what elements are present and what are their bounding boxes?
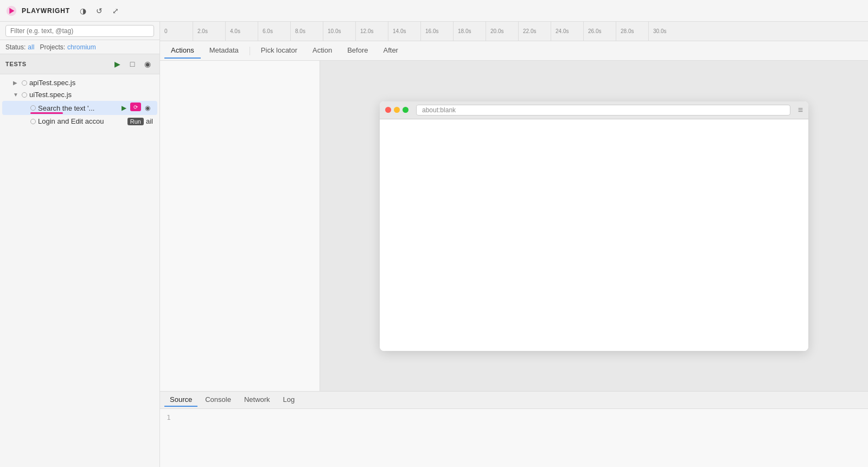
browser-menu-icon: ≡	[798, 105, 803, 115]
tree-item-uitest-label: uiTest.spec.js	[29, 91, 153, 99]
tab-actions[interactable]: Actions	[164, 43, 201, 59]
projects-label: Projects:	[40, 43, 65, 51]
status-label: Status:	[5, 43, 25, 51]
timeline-16: 16.0s	[420, 22, 453, 41]
tree-item-login-test[interactable]: Login and Edit accou Run ail	[2, 116, 157, 127]
tab-before[interactable]: Before	[341, 43, 374, 59]
bottom-tabs-bar: Source Console Network Log	[160, 392, 868, 409]
timeline-18: 18.0s	[453, 22, 486, 41]
main-layout: Status: all Projects: chromium TESTS ▶ □…	[0, 22, 868, 467]
content-tabs-bar: Actions Metadata Pick locator Action Bef…	[160, 41, 868, 61]
actions-panel	[160, 61, 320, 391]
top-bar: PLAYWRIGHT ◑ ↺ ⤢	[0, 0, 868, 22]
tree-item-login-suffix: ail	[146, 117, 153, 125]
run-test-button[interactable]: ▶	[118, 103, 129, 113]
tab-after[interactable]: After	[377, 43, 405, 59]
timeline-24: 24.0s	[551, 22, 583, 41]
tests-title: TESTS	[5, 61, 27, 67]
pink-underline-decoration	[30, 112, 63, 114]
browser-body	[380, 119, 808, 351]
right-panel: 0 2.0s 4.0s 6.0s 8.0s 10.0s 12.0s 14.0s …	[160, 22, 868, 467]
expand-button[interactable]: ⤢	[109, 4, 122, 17]
run-tooltip: Run	[127, 118, 144, 125]
tree-item-search-label: Search the text '...	[38, 104, 116, 112]
bottom-tab-console[interactable]: Console	[200, 393, 237, 407]
browser-dot-red	[385, 107, 391, 113]
projects-value: chromium	[67, 43, 96, 51]
watch-button[interactable]: ◉	[141, 57, 154, 71]
bottom-tab-log[interactable]: Log	[278, 393, 301, 407]
watch-test-button[interactable]: ◉	[142, 103, 153, 113]
browser-dot-green	[403, 107, 409, 113]
filter-input[interactable]	[5, 25, 154, 37]
tree-item-apitest-label: apiTest.spec.js	[29, 79, 153, 87]
test-status-dot	[22, 80, 27, 86]
chevron-right-icon: ▶	[13, 80, 20, 86]
tree-item-search-test[interactable]: Search the text '... ▶ ⟳ ◉	[2, 101, 157, 115]
timeline: 0 2.0s 4.0s 6.0s 8.0s 10.0s 12.0s 14.0s …	[160, 22, 868, 41]
contrast-button[interactable]: ◑	[76, 4, 90, 17]
tree-item-login-label: Login and Edit accou	[38, 117, 124, 125]
stop-all-button[interactable]: □	[126, 57, 139, 71]
browser-preview: about:blank ≡	[320, 61, 868, 391]
app-title: PLAYWRIGHT	[22, 7, 70, 15]
timeline-inner: 0 2.0s 4.0s 6.0s 8.0s 10.0s 12.0s 14.0s …	[160, 22, 868, 41]
test-status-dot	[30, 119, 36, 124]
timeline-4: 4.0s	[225, 22, 258, 41]
timeline-26: 26.0s	[583, 22, 616, 41]
sidebar: Status: all Projects: chromium TESTS ▶ □…	[0, 22, 160, 467]
refresh-button[interactable]: ↺	[93, 4, 106, 17]
timeline-12: 12.0s	[355, 22, 388, 41]
timeline-14: 14.0s	[388, 22, 420, 41]
sidebar-action-buttons: ▶ □ ◉	[111, 57, 154, 71]
tests-header: TESTS ▶ □ ◉	[0, 54, 159, 74]
bottom-tab-network[interactable]: Network	[239, 393, 276, 407]
test-tree: ▶ apiTest.spec.js ▼ uiTest.spec.js Searc…	[0, 74, 159, 467]
top-bar-icons: ◑ ↺ ⤢	[76, 4, 122, 17]
playwright-logo-icon	[5, 5, 17, 17]
timeline-2: 2.0s	[193, 22, 225, 41]
tree-item-apitest[interactable]: ▶ apiTest.spec.js	[2, 77, 157, 88]
browser-dots	[385, 107, 409, 113]
status-value: all	[28, 43, 34, 51]
browser-url-bar[interactable]: about:blank	[416, 105, 790, 116]
chevron-down-icon: ▼	[13, 92, 20, 98]
tab-action[interactable]: Action	[306, 43, 339, 59]
timeline-20: 20.0s	[486, 22, 518, 41]
timeline-22: 22.0s	[518, 22, 551, 41]
browser-window: about:blank ≡	[380, 101, 808, 351]
browser-dot-yellow	[394, 107, 400, 113]
timeline-6: 6.0s	[258, 22, 290, 41]
timeline-0: 0	[160, 22, 193, 41]
browser-chrome: about:blank ≡	[380, 101, 808, 119]
run-all-button[interactable]: ▶	[111, 57, 124, 71]
content-area: about:blank ≡	[160, 61, 868, 391]
test-status-dot	[22, 92, 27, 98]
tab-divider	[250, 47, 250, 55]
filter-bar	[0, 22, 159, 40]
tree-item-uitest[interactable]: ▼ uiTest.spec.js	[2, 89, 157, 100]
test-action-buttons: ▶ ⟳ ◉	[118, 103, 153, 113]
timeline-10: 10.0s	[323, 22, 355, 41]
line-number-1: 1	[167, 413, 171, 421]
timeline-8: 8.0s	[290, 22, 323, 41]
bottom-panel: Source Console Network Log 1	[160, 391, 868, 467]
status-bar: Status: all Projects: chromium	[0, 40, 159, 54]
test-status-dot	[30, 105, 36, 111]
tab-metadata[interactable]: Metadata	[203, 43, 245, 59]
run-pinned-button[interactable]: ⟳	[130, 103, 141, 111]
timeline-30: 30.0s	[648, 22, 681, 41]
bottom-tab-source[interactable]: Source	[164, 393, 197, 407]
timeline-28: 28.0s	[616, 22, 648, 41]
tab-pick-locator[interactable]: Pick locator	[254, 43, 304, 59]
bottom-content: 1	[160, 409, 868, 467]
